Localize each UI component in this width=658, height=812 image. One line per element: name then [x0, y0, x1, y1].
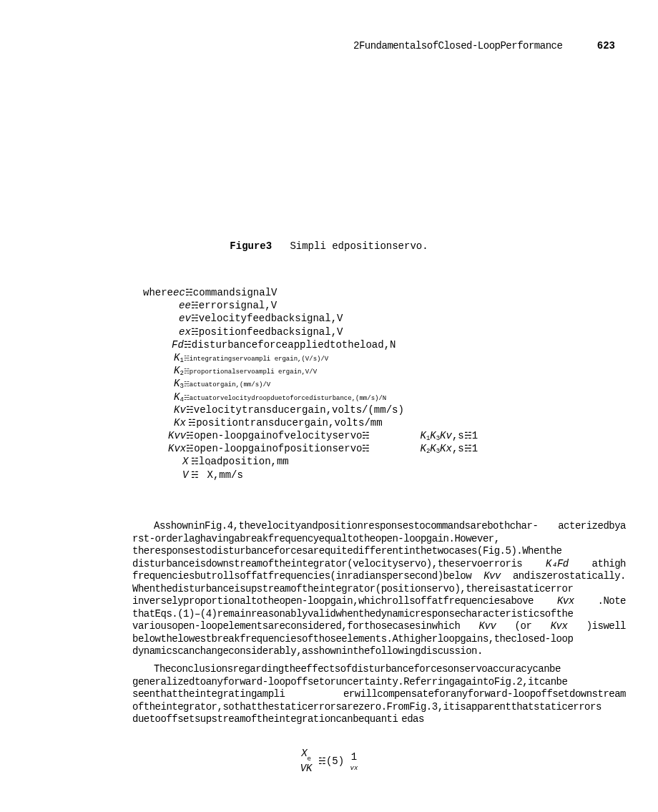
- dot: ˙: [207, 463, 212, 476]
- sym-k: K: [174, 364, 180, 377]
- def-row-k4: K4 ☵ actuatorvelocitydroopduetoforcedist…: [143, 391, 615, 403]
- equals-glyph: ☵: [184, 368, 190, 376]
- sym-v: V: [182, 469, 188, 481]
- eq-num-sub: e: [308, 755, 311, 763]
- equation-5: Xe VK ☵(5) 1 vx: [0, 747, 658, 776]
- equals-glyph: ​☵: [191, 313, 199, 325]
- equals-glyph: ​☵: [186, 431, 194, 442]
- eq-rhs: 1 vx: [350, 750, 358, 772]
- eq-rhs-sub: vx: [350, 765, 358, 773]
- def-ec: commandsignalV: [193, 286, 278, 299]
- def-row-kvx: Kvx ​☵ open-loopgainofpositionservo ☵ K2…: [143, 442, 615, 455]
- def-kvv: open-loopgainofvelocityservo: [194, 429, 362, 442]
- sym-ee: ee: [179, 299, 191, 312]
- equals-glyph: ​☵: [185, 288, 193, 299]
- page-header: 2FundamentalsofClosed-LoopPerformance 62…: [257, 39, 615, 52]
- equals-glyph: ☵: [318, 756, 326, 766]
- def-ee: errorsignal,V: [199, 299, 277, 312]
- def-row-x: X ​ ☵ loadposition,mm: [143, 455, 615, 468]
- rhs-k2: K: [420, 442, 426, 455]
- sym-fd: Fd: [172, 338, 184, 351]
- eq-den-b: K: [306, 763, 312, 774]
- equals-glyph: ​ ☵: [186, 418, 196, 429]
- eq-rhs-num: 1: [350, 750, 358, 763]
- equals-glyph: ​☵: [191, 300, 199, 312]
- sym-k: K: [174, 377, 180, 390]
- rhs-unit: ,s: [452, 442, 464, 455]
- variable-definitions: where ec ​☵ commandsignalV ee ​☵ errorsi…: [143, 286, 615, 481]
- sym-k: K: [174, 351, 180, 364]
- sym-kvv: Kvv: [168, 429, 186, 442]
- def-row-k2: K2 ☵ proportionalservoampli ergain,V/V: [143, 364, 615, 377]
- def-row-v: V ☵ ˙ X,mm/s: [143, 469, 615, 481]
- sym-kv: Kv: [174, 403, 186, 416]
- def-row: ee ​☵ errorsignal,V: [143, 299, 615, 312]
- p1-k4fd: K₄Fd: [546, 558, 592, 569]
- header-section: 2FundamentalsofClosed-LoopPerformance: [353, 40, 562, 52]
- sym-x: X: [182, 455, 188, 468]
- sub-4: 4: [180, 396, 183, 405]
- def-row: Fd ​☵ disturbanceforceappliedtotheload,N: [143, 338, 615, 351]
- equals-glyph: ☵: [184, 394, 190, 403]
- p1-or: (or: [515, 620, 532, 632]
- def-row: where ec ​☵ commandsignalV: [143, 286, 615, 299]
- p2-text: Theconclusionsregardingtheeffectsofdistu…: [132, 663, 626, 725]
- eq-label: (5): [326, 755, 344, 767]
- figure-caption: Figure3 Simpli edpositionservo.: [0, 240, 658, 253]
- def-row-k1: K1 ☵ integratingservoampli ergain,(V/s)/…: [143, 351, 615, 364]
- equals-glyph: ☵: [362, 444, 370, 455]
- sym-ev: ev: [179, 312, 191, 325]
- def-ex: positionfeedbacksignal,V: [199, 326, 343, 338]
- rhs-k1: K: [420, 429, 426, 442]
- eq-lhs: Xe VK: [300, 747, 313, 776]
- body-paragraph-1: AsshowninFig.4,thevelocityandpositionres…: [132, 520, 626, 658]
- sym-kx: Kx: [174, 416, 186, 429]
- p1-kvx: Kvx: [557, 595, 574, 607]
- equals-glyph: ​☵: [186, 405, 194, 416]
- def-kv: velocitytransducergain,volts/(mm/s): [194, 403, 404, 416]
- sym-ex: ex: [179, 326, 191, 338]
- def-ev: velocityfeedbacksignal,V: [199, 312, 343, 325]
- eq-den-a: V: [300, 763, 306, 774]
- rhs-sub1: 1: [426, 435, 430, 444]
- rhs-unit: ,s: [452, 429, 464, 442]
- equals-glyph: ​ ☵: [188, 456, 198, 468]
- p1-kvv: Kvv: [483, 570, 501, 582]
- equals-glyph: ☵: [184, 355, 190, 363]
- def-row-kvv: Kvv ​☵ open-loopgainofvelocityservo ☵ K1…: [143, 429, 615, 442]
- equals-glyph: ☵: [188, 470, 201, 481]
- def-row-kx: Kx ​ ☵ positiontransducergain,volts/mm: [143, 416, 615, 429]
- rhs-exp: 1: [472, 429, 478, 442]
- figure-caption-text: Simpli edpositionservo.: [290, 240, 428, 252]
- sym-k: K: [174, 391, 180, 403]
- sym-kvx: Kvx: [168, 442, 186, 455]
- equals-glyph: ☵: [184, 381, 190, 389]
- def-k4: actuatorvelocitydroopduetoforcedisturban…: [190, 395, 386, 403]
- sub-2: 2: [180, 370, 183, 378]
- def-k2: proportionalservoampli ergain,V/V: [190, 368, 317, 377]
- def-row: ex ​☵ positionfeedbacksignal,V: [143, 326, 615, 338]
- def-k3: actuatorgain,(mm/s)/V: [190, 381, 270, 390]
- rhs-sub3: 3: [436, 435, 440, 444]
- sub-1: 1: [180, 357, 183, 366]
- def-kvx: open-loopgainofpositionservo: [194, 442, 362, 455]
- def-row-kv: Kv ​☵ velocitytransducergain,volts/(mm/s…: [143, 403, 615, 416]
- rhs-kx: Kx: [440, 442, 452, 455]
- minus-glyph: ☵: [464, 444, 472, 455]
- sym-ec: ec: [173, 286, 185, 299]
- eq-num-a: X: [301, 748, 307, 759]
- p1-kvv2: Kvv: [479, 620, 515, 632]
- equals-glyph: ​☵: [186, 444, 194, 455]
- rhs-sub3b: 3: [436, 448, 440, 456]
- equals-glyph: ☵: [362, 431, 370, 442]
- page-number: 623: [597, 40, 615, 52]
- minus-glyph: ☵: [464, 431, 472, 442]
- figure-label: Figure3: [230, 240, 272, 252]
- def-kx: positiontransducergain,volts/mm: [196, 416, 382, 429]
- rhs-exp: 1: [472, 442, 478, 455]
- rhs-kv: Kv: [440, 429, 452, 442]
- def-fd: disturbanceforceappliedtotheload,N: [192, 338, 396, 351]
- where-lead: where: [143, 286, 173, 299]
- equals-glyph: ​☵: [184, 340, 192, 351]
- equals-glyph: ​☵: [191, 327, 199, 338]
